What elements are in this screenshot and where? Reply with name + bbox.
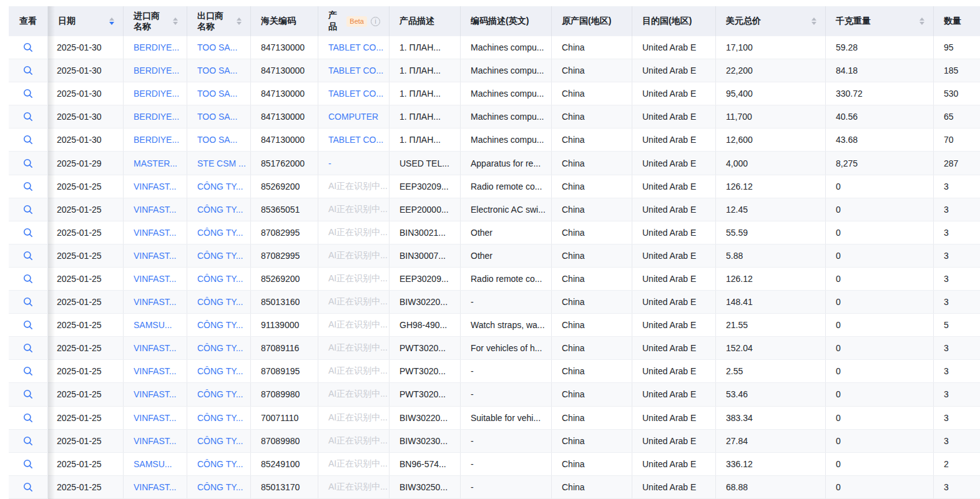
view-details-button[interactable] [23,459,33,469]
column-header-usd_total[interactable]: 美元总价 [716,6,826,36]
view-details-button[interactable] [23,274,33,284]
cell-text-importer[interactable]: SAMSU... [134,459,172,469]
sort-control[interactable] [811,17,816,25]
cell-exporter[interactable]: STE CSM ... [187,152,251,174]
cell-text-exporter[interactable]: CÔNG TY... [197,182,243,191]
view-details-button[interactable] [23,205,33,215]
cell-text-exporter[interactable]: TOO SA... [197,135,237,145]
cell-text-importer[interactable]: VINFAST... [134,251,176,261]
cell-text-product[interactable]: TABLET CO... [328,135,383,145]
cell-importer[interactable]: VINFAST... [124,407,187,429]
cell-text-importer[interactable]: BERDIYE... [134,42,179,52]
cell-exporter[interactable]: CÔNG TY... [187,383,251,405]
cell-importer[interactable]: BERDIYE... [124,82,187,105]
cell-exporter[interactable]: CÔNG TY... [187,221,251,244]
cell-text-exporter[interactable]: STE CSM ... [197,158,246,168]
cell-text-exporter[interactable]: CÔNG TY... [197,389,243,399]
cell-text-product[interactable]: TABLET CO... [328,89,383,99]
cell-text-importer[interactable]: MASTER... [134,158,177,168]
view-details-button[interactable] [23,482,33,492]
cell-text-exporter[interactable]: CÔNG TY... [197,482,243,492]
cell-importer[interactable]: VINFAST... [124,337,187,359]
view-details-button[interactable] [23,389,33,399]
cell-exporter[interactable]: TOO SA... [187,82,251,105]
cell-text-importer[interactable]: VINFAST... [134,297,176,307]
cell-importer[interactable]: VINFAST... [124,383,187,405]
cell-product[interactable]: COMPUTER [318,105,390,128]
view-details-button[interactable] [23,112,33,122]
cell-text-importer[interactable]: BERDIYE... [134,135,179,145]
cell-product[interactable]: TABLET CO... [318,36,390,59]
column-header-exporter[interactable]: 出口商名称 [187,6,251,36]
cell-text-importer[interactable]: VINFAST... [134,182,176,191]
cell-text-product[interactable]: COMPUTER [328,112,378,122]
cell-text-exporter[interactable]: CÔNG TY... [197,436,243,446]
cell-importer[interactable]: BERDIYE... [124,128,187,151]
cell-exporter[interactable]: CÔNG TY... [187,337,251,359]
cell-importer[interactable]: VINFAST... [124,198,187,221]
cell-text-exporter[interactable]: TOO SA... [197,89,237,99]
cell-importer[interactable]: SAMSU... [124,453,187,475]
cell-text-importer[interactable]: VINFAST... [134,205,176,215]
cell-exporter[interactable]: TOO SA... [187,105,251,128]
cell-exporter[interactable]: TOO SA... [187,59,251,82]
cell-importer[interactable]: VINFAST... [124,245,187,267]
cell-text-importer[interactable]: BERDIYE... [134,89,179,99]
cell-text-importer[interactable]: VINFAST... [134,436,176,446]
cell-product[interactable]: - [318,152,390,174]
cell-text-importer[interactable]: VINFAST... [134,228,176,238]
cell-text-product[interactable]: TABLET CO... [328,65,383,75]
cell-importer[interactable]: BERDIYE... [124,105,187,128]
column-header-date[interactable]: 日期 [48,6,124,36]
view-details-button[interactable] [23,228,33,238]
cell-importer[interactable]: BERDIYE... [124,59,187,82]
cell-importer[interactable]: VINFAST... [124,430,187,452]
cell-text-exporter[interactable]: CÔNG TY... [197,459,243,469]
view-details-button[interactable] [23,343,33,353]
info-icon[interactable]: i [371,17,380,26]
sort-control[interactable] [173,17,178,25]
sort-control[interactable] [237,17,242,25]
cell-exporter[interactable]: CÔNG TY... [187,175,251,198]
cell-product[interactable]: TABLET CO... [318,59,390,82]
view-details-button[interactable] [23,135,33,145]
cell-text-importer[interactable]: VINFAST... [134,274,176,284]
cell-text-exporter[interactable]: CÔNG TY... [197,228,243,238]
cell-exporter[interactable]: TOO SA... [187,128,251,151]
cell-exporter[interactable]: TOO SA... [187,36,251,59]
cell-text-product[interactable]: - [328,158,331,168]
view-details-button[interactable] [23,366,33,376]
view-details-button[interactable] [23,89,33,99]
cell-text-exporter[interactable]: CÔNG TY... [197,251,243,261]
cell-importer[interactable]: VINFAST... [124,360,187,382]
cell-text-exporter[interactable]: CÔNG TY... [197,366,243,376]
cell-importer[interactable]: VINFAST... [124,268,187,290]
cell-text-importer[interactable]: BERDIYE... [134,112,179,122]
view-details-button[interactable] [23,251,33,261]
cell-text-exporter[interactable]: CÔNG TY... [197,320,243,330]
column-header-importer[interactable]: 进口商名称 [124,6,187,36]
cell-exporter[interactable]: CÔNG TY... [187,268,251,290]
cell-exporter[interactable]: CÔNG TY... [187,476,251,498]
sort-control[interactable] [109,17,114,25]
cell-text-exporter[interactable]: TOO SA... [197,65,237,75]
cell-exporter[interactable]: CÔNG TY... [187,291,251,313]
view-details-button[interactable] [23,297,33,307]
cell-exporter[interactable]: CÔNG TY... [187,245,251,267]
cell-importer[interactable]: VINFAST... [124,221,187,244]
cell-text-exporter[interactable]: CÔNG TY... [197,205,243,215]
cell-text-exporter[interactable]: TOO SA... [197,42,237,52]
cell-text-exporter[interactable]: CÔNG TY... [197,274,243,284]
cell-exporter[interactable]: CÔNG TY... [187,314,251,336]
cell-exporter[interactable]: CÔNG TY... [187,453,251,475]
cell-importer[interactable]: VINFAST... [124,291,187,313]
sort-control[interactable] [919,17,924,25]
cell-text-importer[interactable]: VINFAST... [134,366,176,376]
cell-exporter[interactable]: CÔNG TY... [187,407,251,429]
cell-text-importer[interactable]: VINFAST... [134,343,176,353]
cell-text-product[interactable]: TABLET CO... [328,42,383,52]
cell-product[interactable]: TABLET CO... [318,82,390,105]
view-details-button[interactable] [23,436,33,446]
cell-text-importer[interactable]: VINFAST... [134,482,176,492]
view-details-button[interactable] [23,320,33,330]
